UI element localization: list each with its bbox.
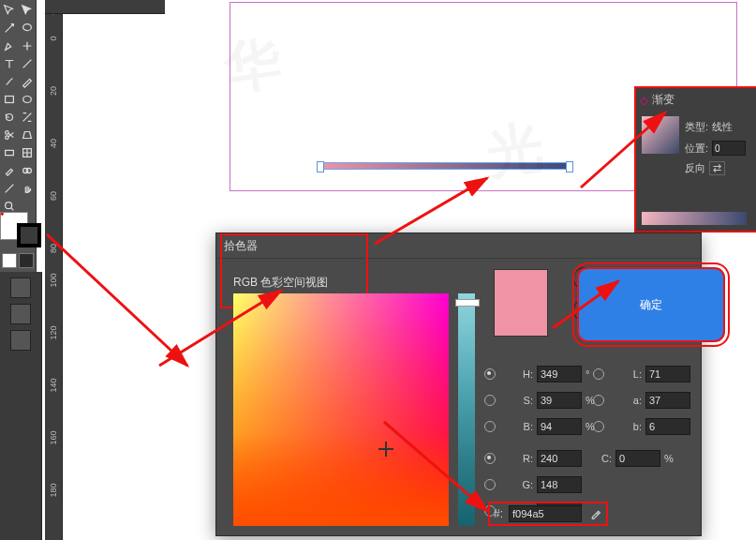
input-g[interactable] [537, 476, 582, 493]
tool-ellipse[interactable] [19, 91, 35, 107]
hue-slider[interactable] [458, 293, 475, 526]
ruler-tick: 120 [49, 324, 58, 341]
vertical-ruler: 0 0 20 40 60 80 100 120 140 160 180 [45, 0, 63, 540]
svg-rect-1 [5, 96, 13, 102]
input-r[interactable] [537, 450, 582, 467]
resize-handle-right[interactable] [566, 161, 573, 172]
svg-point-2 [22, 96, 31, 102]
input-s[interactable] [537, 392, 582, 409]
annotation-arrow [37, 225, 206, 394]
gradient-position-row: 位置: [685, 141, 746, 156]
tool-gradient[interactable] [1, 144, 17, 160]
tool-wand[interactable] [1, 20, 17, 36]
ruler-tick: 80 [49, 240, 58, 257]
tool-rotate[interactable] [1, 109, 17, 125]
svg-point-8 [5, 202, 11, 208]
new-color-swatch [494, 269, 548, 337]
tool-scale[interactable] [19, 109, 35, 125]
tool-rect[interactable] [1, 91, 17, 107]
gradient-position-input[interactable] [712, 141, 746, 156]
ruler-tick: 60 [49, 188, 58, 204]
stroke-swatch[interactable] [17, 223, 41, 248]
input-b2[interactable] [645, 418, 690, 435]
hex-label: #: [494, 507, 503, 520]
radio-h[interactable] [484, 368, 496, 380]
tool-type[interactable] [1, 55, 17, 71]
panel-icon-1[interactable] [10, 278, 31, 298]
svg-point-7 [26, 168, 31, 172]
ruler-tick: 40 [49, 135, 58, 152]
radio-g[interactable] [484, 479, 496, 490]
panel-icon-2[interactable] [10, 304, 31, 324]
radio-s[interactable] [484, 395, 496, 406]
tool-lasso[interactable] [19, 20, 35, 36]
ruler-tick: 100 [49, 272, 58, 289]
tool-blend[interactable] [19, 162, 35, 178]
ruler-tick: 140 [49, 377, 58, 394]
ruler-tick: 180 [49, 482, 58, 499]
gradient-panel-title[interactable]: ◇ 渐变 [640, 92, 674, 108]
gradient-panel: ◇ 渐变 类型: 线性 位置: 反向 ⇄ [634, 86, 756, 232]
input-a[interactable] [645, 392, 690, 409]
gradient-type-row: 类型: 线性 [685, 120, 733, 134]
resize-handle-left[interactable] [317, 161, 324, 172]
gradient-reverse-row: 反向 ⇄ [685, 161, 725, 175]
cancel-button[interactable]: 取消 [573, 267, 684, 290]
add-swatch-button[interactable]: 添加 CMYK 色板 [573, 299, 684, 322]
color-picker-title[interactable]: 拾色器 [216, 233, 701, 259]
tool-pen[interactable] [1, 38, 17, 53]
color-field[interactable] [233, 293, 449, 526]
ruler-tick: 160 [49, 429, 58, 446]
radio-b2[interactable] [593, 421, 604, 432]
color-space-label: RGB 色彩空间视图 [233, 275, 328, 291]
gradient-object[interactable] [319, 163, 571, 169]
ruler-tick: 0 [49, 30, 58, 47]
radio-a[interactable] [593, 395, 604, 406]
svg-point-3 [5, 130, 8, 134]
gradient-type-value[interactable]: 线性 [712, 120, 733, 134]
tool-pencil[interactable] [19, 73, 35, 89]
gradient-ramp[interactable] [642, 212, 747, 225]
tool-shear[interactable] [19, 127, 35, 142]
svg-line-9 [47, 234, 187, 366]
diamond-icon: ◇ [640, 94, 648, 107]
radio-l[interactable] [593, 368, 604, 380]
eyedropper-icon[interactable] [587, 506, 602, 521]
swap-colors[interactable] [19, 253, 34, 268]
tool-brush[interactable] [1, 73, 17, 89]
tool-selection[interactable] [1, 2, 17, 18]
radio-bv[interactable] [484, 421, 496, 432]
tool-scissors[interactable] [1, 127, 17, 142]
default-colors[interactable] [2, 253, 17, 268]
svg-point-0 [22, 23, 31, 30]
tool-eyedropper[interactable] [1, 162, 17, 178]
hex-row: #: [488, 502, 608, 526]
svg-point-4 [5, 135, 8, 139]
input-l[interactable] [645, 366, 690, 382]
input-c[interactable] [615, 450, 660, 467]
side-panel [0, 272, 42, 540]
hex-input[interactable] [509, 505, 582, 522]
tool-add-anchor[interactable] [19, 38, 35, 53]
radio-r[interactable] [484, 453, 496, 464]
horizontal-ruler [45, 0, 167, 14]
tool-mesh[interactable] [19, 144, 35, 160]
input-bv[interactable] [537, 418, 582, 435]
panel-icon-3[interactable] [10, 330, 31, 351]
tool-slice[interactable] [1, 180, 17, 196]
color-crosshair [378, 442, 393, 457]
input-h[interactable] [537, 366, 582, 382]
svg-rect-5 [5, 150, 13, 155]
tool-hand[interactable] [19, 180, 35, 196]
gradient-preview[interactable] [642, 116, 679, 154]
color-picker-dialog: 拾色器 RGB 色彩空间视图 确定 取消 添加 CMYK 色板 H:° S:% … [215, 232, 702, 536]
reverse-icon[interactable]: ⇄ [709, 161, 725, 175]
tool-line[interactable] [19, 55, 35, 71]
tool-direct-select[interactable] [19, 2, 35, 18]
hue-indicator[interactable] [455, 299, 480, 307]
ruler-tick: 20 [49, 82, 58, 99]
